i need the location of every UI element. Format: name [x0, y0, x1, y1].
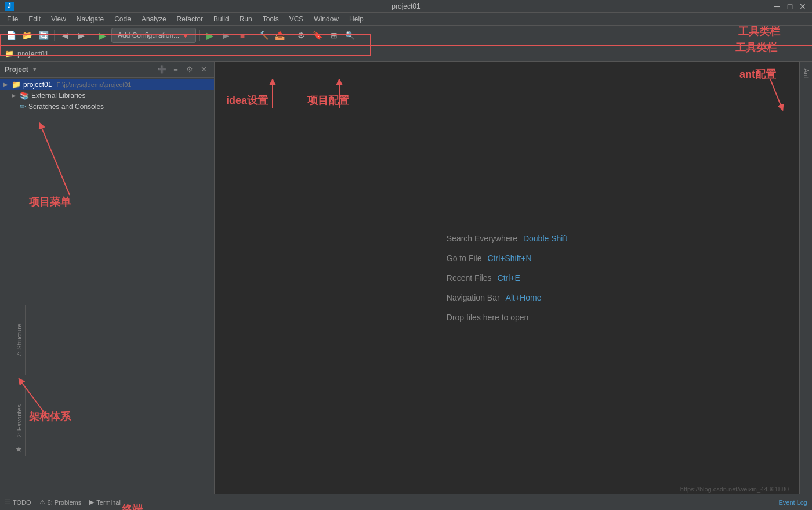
goto-file-shortcut: Ctrl+Shift+N	[487, 254, 531, 263]
ant-arrow-svg	[753, 73, 788, 120]
panel-title: Project	[5, 66, 28, 74]
menu-navigate[interactable]: Navigate	[72, 14, 108, 24]
menu-help[interactable]: Help	[345, 14, 368, 24]
panel-header-icons: ➕ ≡ ⚙ ✕	[156, 64, 209, 75]
project-tree: ▶ 📁 project01 F:\jp\mysqldemo\project01 …	[0, 78, 214, 494]
app-logo: J	[5, 2, 14, 11]
project-folder-icon: 📁	[5, 49, 14, 58]
forward-button[interactable]: ▶	[74, 28, 89, 43]
tb-sep-5	[291, 30, 291, 41]
hint-navigation-bar: Navigation Bar Alt+Home	[447, 293, 542, 302]
stop-button[interactable]: ■	[235, 28, 250, 43]
tree-item-scratches[interactable]: ▶ ✏ Scratches and Consoles	[0, 101, 214, 112]
hint-search-everywhere: Search Everywhere Double Shift	[447, 234, 567, 243]
tb-sep-3	[199, 30, 200, 41]
tree-project-name: project01	[23, 81, 52, 89]
problems-label: 6: Problems	[48, 499, 82, 506]
status-bar: ☰ TODO ⚠ 6: Problems ▶ Terminal Event Lo…	[0, 494, 812, 510]
menu-refactor[interactable]: Refactor	[172, 14, 208, 24]
menu-analyze[interactable]: Analyze	[137, 14, 171, 24]
tb-sep-1	[54, 30, 55, 41]
title-bar-left: J	[5, 2, 14, 11]
tree-item-external-libs[interactable]: ▶ 📚 External Libraries	[0, 90, 214, 101]
add-config-arrow: ▼	[182, 31, 190, 40]
search-everywhere-button[interactable]: 🔍	[343, 28, 358, 43]
split-button[interactable]: ⊞	[327, 28, 342, 43]
menu-code[interactable]: Code	[110, 14, 136, 24]
tree-arrow-project: ▶	[3, 81, 9, 88]
svg-line-1	[770, 79, 782, 108]
goto-file-label: Go to File	[447, 254, 482, 263]
open-button[interactable]: 📂	[20, 28, 35, 43]
bookmark-button[interactable]: 🔖	[310, 28, 325, 43]
todo-button[interactable]: ☰ TODO	[5, 498, 31, 506]
tree-item-project[interactable]: ▶ 📁 project01 F:\jp\mysqldemo\project01	[0, 79, 214, 90]
title-project-name: project01	[392, 2, 420, 10]
terminal-button[interactable]: ▶ Terminal	[89, 498, 121, 506]
menu-file[interactable]: File	[2, 14, 23, 24]
menu-edit[interactable]: Edit	[24, 14, 45, 24]
tb-sep-2	[92, 30, 92, 41]
editor-area: Search Everywhere Double Shift Go to Fil…	[215, 62, 799, 494]
close-button[interactable]: ✕	[798, 2, 807, 11]
watermark: https://blog.csdn.net/weixin_44361880	[680, 486, 789, 493]
ant-tab[interactable]: Ant	[801, 64, 811, 83]
todo-icon: ☰	[5, 498, 10, 506]
hint-recent-files: Recent Files Ctrl+E	[447, 273, 520, 283]
status-left: ☰ TODO ⚠ 6: Problems ▶ Terminal	[5, 498, 121, 506]
panel-collapse-icon[interactable]: ≡	[170, 64, 182, 75]
drop-files-label: Drop files here to open	[447, 313, 529, 322]
navigation-bar-shortcut: Alt+Home	[506, 293, 542, 302]
minimize-button[interactable]: ─	[773, 2, 782, 11]
tree-external-libs-label: External Libraries	[31, 92, 85, 100]
library-icon: 📚	[20, 91, 29, 100]
toolbar: 📄 📂 🔄 ◀ ▶ ▶ Add Configuration... ▼ ▶ ▶ ■…	[0, 26, 812, 46]
favorites-tab[interactable]: 2: Favorites ★	[13, 386, 26, 456]
add-configuration-button[interactable]: Add Configuration... ▼	[111, 28, 196, 43]
title-bar: J project01 ─ □ ✕	[0, 0, 812, 13]
menu-run[interactable]: Run	[235, 14, 257, 24]
project-panel: Project ▼ ➕ ≡ ⚙ ✕ ▶ 📁 project01 F:\jp\my…	[0, 62, 215, 494]
hint-drop-files: Drop files here to open	[447, 313, 529, 322]
menu-vcs[interactable]: VCS	[285, 14, 309, 24]
run-config-button[interactable]: ▶	[95, 28, 110, 43]
terminal-icon: ▶	[89, 498, 94, 506]
refresh-button[interactable]: 🔄	[36, 28, 51, 43]
deploy-button[interactable]: 📤	[273, 28, 288, 43]
panel-add-icon[interactable]: ➕	[156, 64, 168, 75]
panel-header-left: Project ▼	[5, 66, 38, 74]
panel-dropdown-icon[interactable]: ▼	[32, 66, 38, 73]
menu-tools[interactable]: Tools	[258, 14, 284, 24]
add-config-label: Add Configuration...	[118, 31, 179, 39]
menu-build[interactable]: Build	[209, 14, 234, 24]
maximize-button[interactable]: □	[785, 2, 795, 11]
panel-settings-icon[interactable]: ⚙	[184, 64, 195, 75]
recent-files-shortcut: Ctrl+E	[498, 273, 520, 283]
event-log-button[interactable]: Event Log	[778, 499, 807, 506]
problems-icon: ⚠	[39, 498, 45, 506]
tree-scratches-label: Scratches and Consoles	[28, 103, 104, 111]
run-button[interactable]: ▶	[202, 28, 217, 43]
scratches-icon: ✏	[20, 102, 26, 111]
right-sidebar: Ant	[799, 62, 812, 494]
welcome-hints: Search Everywhere Double Shift Go to Fil…	[447, 234, 567, 322]
panel-close-icon[interactable]: ✕	[198, 64, 209, 75]
structure-tab[interactable]: 7: Structure	[13, 305, 26, 375]
new-file-button[interactable]: 📄	[3, 28, 19, 43]
project-folder-icon: 📁	[12, 80, 21, 89]
settings-button[interactable]: ⚙	[294, 28, 309, 43]
menu-view[interactable]: View	[46, 14, 71, 24]
recent-files-label: Recent Files	[447, 273, 492, 283]
back-button[interactable]: ◀	[57, 28, 72, 43]
navigation-bar-label: Navigation Bar	[447, 293, 500, 302]
menu-window[interactable]: Window	[309, 14, 343, 24]
ant-annotation: ant配置	[740, 67, 776, 81]
tree-arrow-external: ▶	[12, 92, 17, 99]
problems-button[interactable]: ⚠ 6: Problems	[39, 498, 82, 506]
tb-sep-4	[253, 30, 253, 41]
tree-project-path: F:\jp\mysqldemo\project01	[56, 81, 131, 88]
coverage-button[interactable]: ▶	[219, 28, 234, 43]
todo-label: TODO	[13, 499, 31, 506]
build-button[interactable]: 🔨	[256, 28, 271, 43]
favorites-star-icon: ★	[15, 444, 23, 454]
